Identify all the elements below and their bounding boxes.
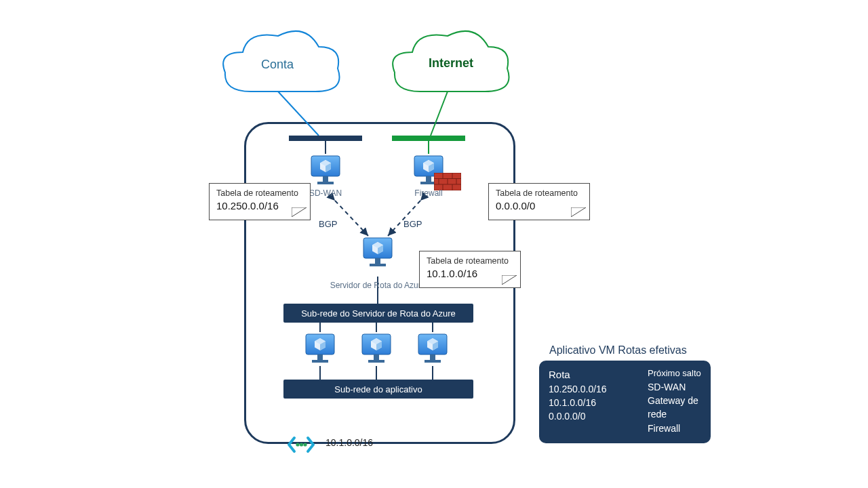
connector-lines (0, 0, 868, 488)
route-table-right-value: 0.0.0.0/0 (496, 199, 583, 213)
svg-line-6 (388, 201, 420, 236)
svg-rect-43 (317, 354, 323, 360)
eff-row-route: 10.1.0.0/16 (549, 396, 623, 409)
svg-rect-49 (374, 354, 379, 360)
route-table-center-fold-icon (502, 275, 517, 285)
svg-point-60 (296, 443, 299, 446)
svg-line-2 (431, 92, 448, 136)
route-server-subnet-label: Sub-rede do Servidor de Rota do Azure (301, 308, 456, 319)
eff-row-nexthop: SD-WAN (648, 380, 701, 394)
firewall-label: Firewall (401, 188, 456, 198)
route-table-center-value: 10.1.0.0/16 (427, 267, 513, 281)
eff-col-nexthop: Próximo salto (648, 367, 701, 380)
diagram-canvas: Conta Internet (0, 0, 868, 488)
bgp-label-right: BGP (403, 219, 422, 229)
svg-rect-38 (370, 264, 386, 266)
svg-point-61 (300, 443, 303, 446)
svg-rect-21 (426, 176, 431, 182)
effective-routes-box: Rota 10.250.0.0/16 10.1.0.0/16 0.0.0.0/0… (539, 361, 711, 443)
route-table-left-value: 10.250.0.0/16 (216, 199, 303, 213)
svg-rect-37 (375, 258, 380, 264)
svg-line-5 (335, 201, 368, 236)
eff-row-nexthop: Gateway de rede (648, 394, 701, 422)
app-vm-1-icon (303, 332, 337, 366)
eff-row-route: 0.0.0.0/0 (549, 409, 623, 423)
effective-routes-title: Aplicativo VM Rotas efetivas (549, 344, 687, 357)
eff-row-nexthop: Firewall (648, 422, 701, 435)
bgp-label-left: BGP (319, 219, 337, 229)
svg-rect-55 (430, 354, 435, 360)
route-table-right-fold-icon (571, 207, 586, 217)
app-vm-2-icon (359, 332, 393, 366)
eff-col-route: Rota (549, 367, 623, 382)
vnet-icon (285, 432, 317, 457)
route-table-header: Tabela de roteamento (496, 188, 583, 199)
vnet-cidr: 10.1.0.0/16 (326, 437, 373, 448)
route-table-header: Tabela de roteamento (216, 188, 303, 199)
svg-rect-16 (317, 182, 334, 184)
svg-point-62 (303, 443, 307, 446)
svg-line-1 (278, 92, 319, 136)
route-server-vm-icon (361, 236, 395, 270)
svg-rect-15 (323, 176, 328, 182)
svg-rect-44 (312, 360, 328, 363)
app-vm-3-icon (416, 332, 450, 366)
route-table-header: Tabela de roteamento (427, 256, 513, 267)
app-subnet-label: Sub-rede do aplicativo (334, 384, 422, 394)
sdwan-nic-bar (289, 136, 362, 141)
route-server-subnet-bar: Sub-rede do Servidor de Rota do Azure (283, 304, 473, 323)
firewall-nic-bar (392, 136, 465, 141)
svg-rect-50 (368, 360, 384, 363)
app-subnet-bar: Sub-rede do aplicativo (283, 380, 473, 399)
svg-rect-56 (425, 360, 441, 363)
route-server-label: Servidor de Rota do Azure (320, 281, 435, 290)
sdwan-vm-icon (309, 154, 342, 188)
eff-row-route: 10.250.0.0/16 (549, 382, 623, 396)
route-table-left-fold-icon (292, 207, 307, 217)
